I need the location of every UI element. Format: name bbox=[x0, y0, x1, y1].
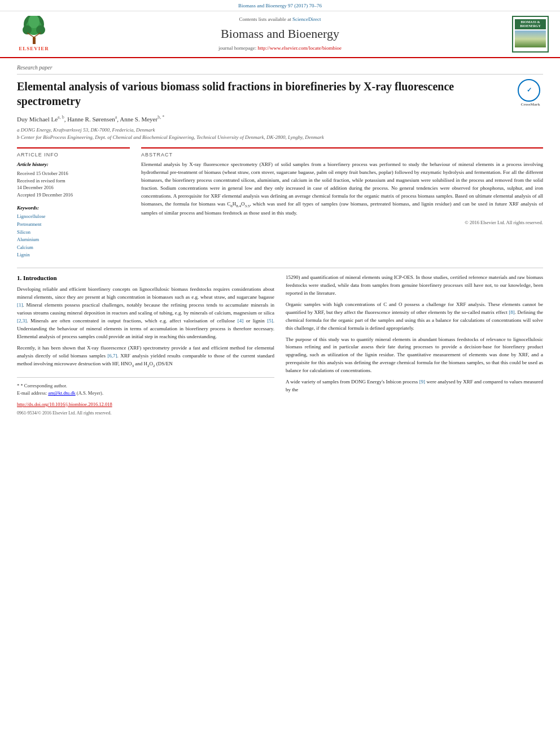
ref-5-link[interactable]: [5] bbox=[267, 318, 273, 324]
author2-name: Hanne R. Sørensen bbox=[67, 115, 115, 122]
intro-para-2: Recently, it has been shown that X-ray f… bbox=[17, 344, 274, 369]
crossmark-badge: ✓ CrossMark bbox=[518, 79, 543, 104]
section-divider bbox=[17, 268, 543, 268]
article-info-box: ARTICLE INFO Article history: Received 1… bbox=[17, 147, 130, 259]
journal-logo-right: BIOMASS &BIOENERGY bbox=[504, 16, 549, 53]
citation-text: Biomass and Bioenergy 97 (2017) 70–76 bbox=[238, 3, 322, 8]
affiliation-a: a DONG Energy, Kraftværksvej 53, DK-7000… bbox=[17, 126, 543, 134]
abstract-label: ABSTRACT bbox=[141, 151, 543, 159]
article-info-abstract: ARTICLE INFO Article history: Received 1… bbox=[17, 147, 543, 259]
abstract-section: ABSTRACT Elemental analysis by X-ray flu… bbox=[141, 147, 543, 226]
elsevier-brand-text: ELSEVIER bbox=[19, 45, 49, 53]
main-content: Research paper Elemental analysis of var… bbox=[0, 58, 560, 422]
footer-section: * * Corresponding author. E-mail address… bbox=[17, 377, 274, 416]
email-note: E-mail address: am@kt.dtu.dk (A.S. Meyer… bbox=[17, 390, 274, 397]
crossmark-label: CrossMark bbox=[518, 102, 543, 107]
ref-67-link[interactable]: [6,7] bbox=[107, 353, 117, 359]
journal-title: Biomass and Bioenergy bbox=[56, 25, 504, 43]
right-para-4: A wide variety of samples from DONG Ener… bbox=[286, 378, 543, 394]
homepage-link[interactable]: http://www.elsevier.com/locate/biombioe bbox=[258, 45, 342, 51]
body-col-left: 1. Introduction Developing reliable and … bbox=[17, 274, 274, 416]
keyword-calcium: Calcium bbox=[17, 244, 130, 252]
journal-header: ELSEVIER Contents lists available at Sci… bbox=[0, 11, 560, 58]
article-title: Elemental analysis of various biomass so… bbox=[17, 79, 543, 108]
issn-info: 0961-9534/© 2016 Elsevier Ltd. All right… bbox=[17, 410, 274, 416]
sciencedirect-link: Contents lists available at ScienceDirec… bbox=[56, 16, 504, 23]
body-col-right: 15290) and quantification of mineral ele… bbox=[286, 274, 543, 416]
article-info-label: ARTICLE INFO bbox=[17, 151, 130, 159]
abstract-column: ABSTRACT Elemental analysis by X-ray flu… bbox=[141, 147, 543, 259]
ref-23-link[interactable]: [2,3] bbox=[17, 318, 27, 324]
ref-4-link[interactable]: [4] bbox=[238, 318, 244, 324]
right-para-2: Organic samples with high concentrations… bbox=[286, 301, 543, 333]
authors-line: Duy Michael Lea, b, Hanne R. Sørensena, … bbox=[17, 114, 543, 124]
elsevier-logo: ELSEVIER bbox=[11, 16, 56, 53]
journal-homepage: journal homepage: http://www.elsevier.co… bbox=[56, 45, 504, 52]
ref-1-link[interactable]: [1] bbox=[17, 302, 23, 308]
body-content: 1. Introduction Developing reliable and … bbox=[17, 274, 543, 416]
revised-date: 14 December 2016 bbox=[17, 184, 130, 191]
crossmark-icon: ✓ bbox=[518, 79, 540, 102]
keyword-pretreatment: Pretreatment bbox=[17, 221, 130, 229]
accepted-date: Accepted 19 December 2016 bbox=[17, 191, 130, 199]
copyright-line: © 2016 Elsevier Ltd. All rights reserved… bbox=[141, 220, 543, 226]
keywords-label: Keywords: bbox=[17, 204, 130, 212]
keyword-lignocellulose: Lignocellulose bbox=[17, 213, 130, 221]
article-type: Research paper bbox=[17, 64, 543, 75]
right-para-1: 15290) and quantification of mineral ele… bbox=[286, 274, 543, 298]
elsevier-tree-icon bbox=[19, 16, 50, 44]
intro-heading: 1. Introduction bbox=[17, 274, 274, 282]
intro-para-1: Developing reliable and efficient bioref… bbox=[17, 286, 274, 341]
keyword-aluminium: Aluminium bbox=[17, 236, 130, 244]
author1-name: Duy Michael Le bbox=[17, 115, 58, 122]
biomass-bioenergy-logo: BIOMASS &BIOENERGY bbox=[512, 16, 549, 53]
logo-image bbox=[515, 30, 546, 47]
keyword-silicon: Silicon bbox=[17, 229, 130, 237]
doi-link[interactable]: http://dx.doi.org/10.1016/j.biombioe.201… bbox=[17, 401, 112, 407]
affiliations: a DONG Energy, Kraftværksvej 53, DK-7000… bbox=[17, 126, 543, 142]
sciencedirect-anchor[interactable]: ScienceDirect bbox=[292, 16, 321, 22]
svg-rect-0 bbox=[33, 37, 36, 44]
journal-center: Contents lists available at ScienceDirec… bbox=[56, 16, 504, 52]
journal-citation: Biomass and Bioenergy 97 (2017) 70–76 bbox=[0, 0, 560, 11]
ref-9-link[interactable]: [9] bbox=[419, 379, 426, 385]
logo-text: BIOMASS &BIOENERGY bbox=[515, 19, 546, 29]
article-info-column: ARTICLE INFO Article history: Received 1… bbox=[17, 147, 130, 259]
affiliation-b: b Center for BioProcess Engineering, Dep… bbox=[17, 134, 543, 142]
email-link[interactable]: am@kt.dtu.dk bbox=[48, 390, 75, 396]
keyword-lignin: Lignin bbox=[17, 251, 130, 259]
corresponding-author-note: * * Corresponding author. bbox=[17, 382, 274, 390]
keywords-section: Keywords: Lignocellulose Pretreatment Si… bbox=[17, 204, 130, 259]
history-label: Article history: bbox=[17, 161, 130, 168]
author3-name: Anne S. Meyer bbox=[120, 115, 158, 122]
received-date: Received 15 October 2016 bbox=[17, 170, 130, 177]
right-para-3: The purpose of this study was to quantif… bbox=[286, 336, 543, 375]
ref-8-link[interactable]: [8] bbox=[509, 309, 515, 315]
received-revised-label: Received in revised form bbox=[17, 177, 130, 185]
abstract-text: Elemental analysis by X-ray fluorescence… bbox=[141, 161, 543, 217]
